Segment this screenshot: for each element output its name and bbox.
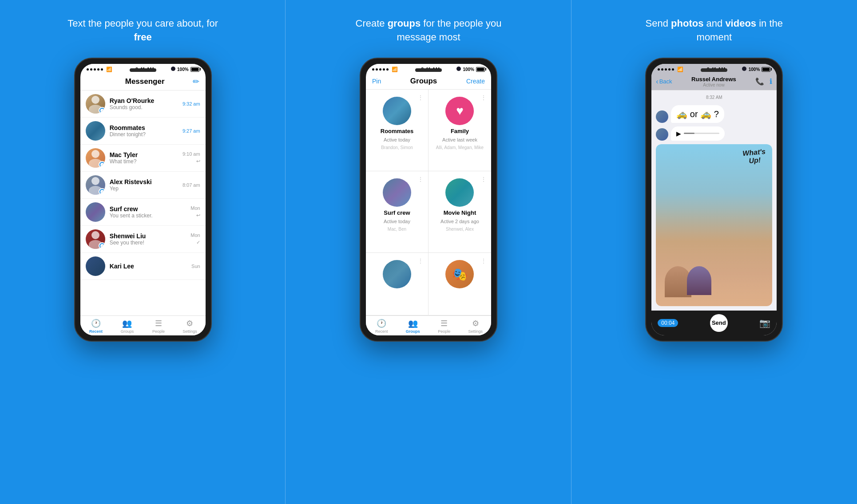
person-2 [687,266,711,295]
tab-people-1[interactable]: ☰ People [143,316,175,335]
compose-icon[interactable]: ✏ [193,77,199,87]
tab-settings-1[interactable]: ⚙ Settings [174,316,206,335]
tab-label-people-1: People [152,329,165,334]
group-avatar-surf [383,178,411,207]
whatsup-sticker: What'sUp! [742,147,766,165]
tab-label-recent-2: Recent [375,329,388,334]
phone-3: 📶 9:41 AM 100% ‹ Back Russel [645,58,783,342]
group-name-roommates: Roommates [381,128,413,134]
more-icon-movie[interactable]: ⋮ [480,176,487,183]
avatar-surf [86,202,105,222]
phone-speaker-3 [701,68,727,72]
tab-recent-2[interactable]: 🕐 Recent [366,316,397,335]
tab-settings-2[interactable]: ⚙ Settings [460,316,491,335]
recent-icon-2: 🕐 [377,319,386,328]
settings-icon-2: ⚙ [472,319,479,328]
msg-preview-ryan: Sounds good. [110,104,178,110]
bubble-taxi: 🚕 or 🚕 ? [671,105,724,123]
msg-item-shenwei[interactable]: Shenwei Liu See you there! Mon ✓ [80,226,206,253]
phone-icon[interactable]: 📞 [755,77,764,86]
msg-time-kari: Sun [191,264,200,269]
group-members-movie: Shenwei, Alex [446,227,474,232]
battery-pct-3: 100% [749,67,760,72]
msg-name-surf: Surf crew [110,205,186,213]
video-timer: 00:04 [658,319,678,327]
msg-name-kari: Kari Lee [110,263,187,270]
more-icon-other[interactable]: ⋮ [480,257,487,264]
msg-status-shenwei: ✓ [196,240,200,245]
more-icon-surf[interactable]: ⋮ [417,176,424,183]
phone-2: 📶 9:41 AM 100% Pin Groups Create [360,58,497,342]
battery-pct-1: 100% [177,67,189,72]
group-avatar-other: 🎭 [445,260,474,288]
msg-time-mac: 9:10 am [183,151,200,157]
play-icon[interactable]: ▶ [676,130,681,137]
msg-preview-shenwei: See you there! [110,240,186,246]
group-activity-roommates: Active today [384,137,410,142]
msg-item-roommates[interactable]: Roommates Dinner tonight? 9:27 am [80,118,206,145]
tab-recent-1[interactable]: 🕐 Recent [80,316,112,335]
group-avatar-roommates [383,97,411,125]
group-activity-family: Active last week [442,137,477,142]
group-activity-movie: Active 2 days ago [440,219,479,224]
groups-icon-2: 👥 [408,319,418,328]
chat-time-label: 8:32 AM [656,95,772,100]
group-cell-movie[interactable]: ⋮ Movie Night Active 2 days ago Shenwei,… [428,171,491,253]
msg-preview-alex: Yep [110,185,178,192]
pin-button[interactable]: Pin [372,78,381,85]
groups-header: Pin Groups Create [366,73,491,90]
msg-item-alex[interactable]: Alex Ristevski Yep 8:07 am [80,172,206,199]
group-avatar-family: ♥ [445,97,474,125]
camera-icon[interactable]: 📷 [759,318,770,328]
phone-speaker-2 [415,68,442,72]
group-cell-surf[interactable]: ⋮ Surf crew Active today Mac, Ben [366,171,428,253]
create-button[interactable]: Create [466,78,485,85]
back-button[interactable]: ‹ Back [656,78,672,86]
info-icon[interactable]: ℹ [770,77,772,86]
panel-2-title: Create groups for the people you message… [353,17,504,44]
tab-label-recent-1: Recent [89,329,103,334]
people-icon-2: ☰ [440,319,448,328]
back-label: Back [659,78,672,85]
battery-icon-3 [762,67,770,72]
tab-groups-1[interactable]: 👥 Groups [111,316,143,335]
group-cell-beach[interactable]: ⋮ [366,253,428,315]
msg-item-ryan[interactable]: Ryan O'Rourke Sounds good. 9:32 am [80,91,206,118]
battery-pct-2: 100% [463,67,474,72]
wifi-icon-2: 📶 [392,67,398,72]
group-cell-family[interactable]: ⋮ ♥ Family Active last week Alli, Adam, … [428,90,491,171]
photo-people [665,266,711,297]
audio-bar [684,133,719,134]
msg-item-kari[interactable]: Kari Lee Sun [80,253,206,280]
msg-time-alex: 8:07 am [183,182,200,188]
msg-item-surf[interactable]: Surf crew You sent a sticker. Mon ↩ [80,199,206,226]
contact-info: Russel Andrews Active now [672,76,756,87]
avatar-shenwei [86,229,105,249]
avatar-roommates [86,121,105,141]
signal-2 [90,68,92,71]
msg-item-mac[interactable]: Mac Tyler What time? 9:10 am ↩ [80,145,206,172]
more-icon-family[interactable]: ⋮ [480,94,487,101]
tab-people-2[interactable]: ☰ People [428,316,460,335]
tab-label-groups-2: Groups [406,329,420,334]
msg-name-ryan: Ryan O'Rourke [110,97,178,104]
badge-shenwei [99,242,105,249]
messenger-header: Messenger ✏ [80,73,206,91]
group-avatar-movie [445,178,474,207]
groups-grid: ⋮ Roommates Active today Brandon, Simon … [366,90,491,315]
more-icon-roommates[interactable]: ⋮ [417,94,424,101]
badge-mac [99,161,105,168]
more-icon-beach[interactable]: ⋮ [417,257,424,264]
group-cell-roommates[interactable]: ⋮ Roommates Active today Brandon, Simon [366,90,428,171]
chevron-left-icon: ‹ [656,78,658,86]
group-cell-other[interactable]: ⋮ 🎭 [428,253,491,315]
phone-camera-2 [456,67,461,71]
send-button[interactable]: Send [710,314,728,332]
panel-text: Text the people you care about, for free… [0,0,286,504]
tab-groups-2[interactable]: 👥 Groups [397,316,428,335]
phone-camera-1 [171,67,175,71]
badge-ryan [99,107,105,114]
phone-1: 📶 9:41 AM 100% Messenger ✏ [74,58,212,342]
group-members-surf: Mac, Ben [388,227,406,232]
recent-icon-1: 🕐 [91,319,101,328]
